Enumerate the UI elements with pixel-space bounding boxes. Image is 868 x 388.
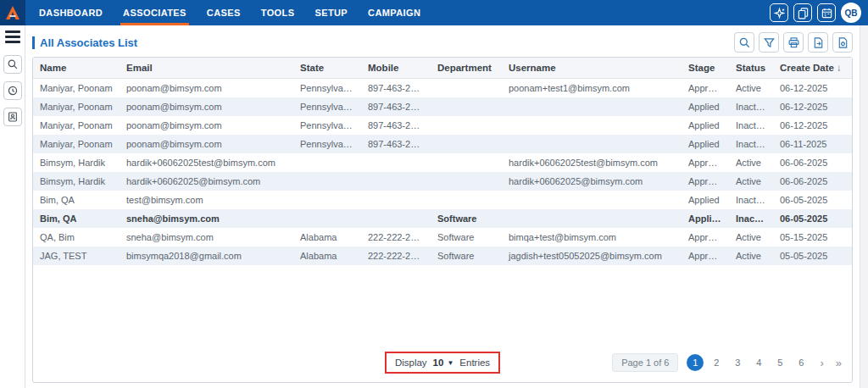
cell-stage: Applied <box>682 116 729 135</box>
calendar-button[interactable] <box>817 3 836 22</box>
column-header-state[interactable]: State <box>293 58 361 79</box>
nav-item-dashboard[interactable]: DASHBOARD <box>29 0 113 25</box>
table-row[interactable]: Bimsym, Hardikhardik+06062025@bimsym.com… <box>33 172 852 191</box>
page-number-1[interactable]: 1 <box>687 354 704 371</box>
table-search-button[interactable] <box>734 32 754 53</box>
sidebar-contacts-button[interactable] <box>3 108 22 126</box>
table-row[interactable]: Bimsym, Hardikhardik+06062025test@bimsym… <box>33 153 852 172</box>
cell-name: Maniyar, Poonam <box>33 79 120 98</box>
cell-email: hardik+06062025@bimsym.com <box>120 172 293 191</box>
nav-item-tools[interactable]: TOOLS <box>251 0 305 25</box>
filter-button[interactable] <box>759 32 779 53</box>
export-icon <box>812 36 825 49</box>
hamburger-menu-icon[interactable] <box>5 30 20 43</box>
table-body: Maniyar, Poonampoonam@bimsym.comPennsylv… <box>33 79 852 266</box>
cell-status: Active <box>729 172 773 191</box>
table-row[interactable]: Maniyar, Poonampoonam@bimsym.comPennsylv… <box>33 135 852 153</box>
cell-status: Active <box>729 228 773 247</box>
column-header-status[interactable]: Status <box>729 58 773 79</box>
title-accent-bar <box>32 36 35 49</box>
cell-email: bimsymqa2018@gmail.com <box>120 247 293 265</box>
page-number-2[interactable]: 2 <box>708 354 725 371</box>
cell-state: Pennsylvania <box>293 79 361 98</box>
cell-username: bimqa+test@bimsym.com <box>502 228 682 247</box>
main-content: All Associates List <box>25 25 868 388</box>
user-avatar[interactable]: QB <box>841 3 861 23</box>
cell-mobile <box>361 209 431 228</box>
cell-department: Software <box>431 247 502 265</box>
cell-state: Pennsylvania <box>293 116 361 135</box>
page-numbers: 123456 <box>687 354 810 371</box>
contacts-icon <box>7 111 19 123</box>
export-button[interactable] <box>808 32 828 53</box>
cell-create_date: 06-06-2025 <box>773 153 852 172</box>
page-number-5[interactable]: 5 <box>771 354 788 371</box>
cell-username <box>502 191 682 209</box>
nav-item-cases[interactable]: CASES <box>197 0 251 25</box>
sidebar-history-button[interactable] <box>3 81 22 100</box>
column-header-stage[interactable]: Stage <box>682 58 729 79</box>
column-header-name[interactable]: Name <box>33 58 120 79</box>
column-header-department[interactable]: Department <box>431 58 502 79</box>
nav-item-associates[interactable]: ASSOCIATES <box>113 0 197 25</box>
last-page-chevron[interactable]: » <box>834 357 843 369</box>
page-number-4[interactable]: 4 <box>750 354 767 371</box>
cell-mobile: 897-463-2145 <box>361 79 431 98</box>
nav-item-setup[interactable]: SETUP <box>304 0 358 25</box>
cell-department <box>431 172 502 191</box>
cell-name: Bim, QA <box>33 209 120 228</box>
chevron-down-icon: ▼ <box>447 359 453 367</box>
page-header: All Associates List <box>32 30 853 55</box>
table-row[interactable]: QA, Bimsneha@bimsym.comAlabama222-222-22… <box>33 228 852 247</box>
table-row[interactable]: Bim, QAsneha@bimsym.comSoftwareAppliedIn… <box>33 209 852 228</box>
nav-item-campaign[interactable]: CAMPAIGN <box>358 0 431 25</box>
page-number-6[interactable]: 6 <box>793 354 810 371</box>
page-title-text: All Associates List <box>40 36 137 49</box>
sparkle-icon <box>773 7 786 19</box>
cell-department: Software <box>431 209 502 228</box>
cell-name: Maniyar, Poonam <box>33 135 120 153</box>
documents-icon <box>797 7 810 19</box>
export-settings-button[interactable] <box>832 32 853 53</box>
display-count-dropdown[interactable]: 10 ▼ <box>433 358 454 368</box>
cell-email: poonam@bimsym.com <box>120 79 293 98</box>
entries-label: Entries <box>459 358 490 368</box>
cell-stage: Applied <box>682 191 729 209</box>
column-header-create_date[interactable]: Create Date ↓ <box>773 58 852 79</box>
print-button[interactable] <box>783 32 804 53</box>
cell-name: Bimsym, Hardik <box>33 153 120 172</box>
cell-email: sneha@bimsym.com <box>120 228 293 247</box>
cell-create_date: 06-05-2025 <box>773 191 852 209</box>
sidebar-search-button[interactable] <box>3 55 22 74</box>
cell-create_date: 06-12-2025 <box>773 79 852 98</box>
page-number-3[interactable]: 3 <box>729 354 746 371</box>
column-header-username[interactable]: Username <box>502 58 682 79</box>
cell-status: Inactive <box>729 97 773 116</box>
table-row[interactable]: JAG, TESTbimsymqa2018@gmail.comAlabama22… <box>33 247 852 265</box>
display-count-value: 10 <box>433 358 444 368</box>
cell-create_date: 06-12-2025 <box>773 97 852 116</box>
cell-email: hardik+06062025test@bimsym.com <box>120 153 293 172</box>
cell-username <box>502 135 682 153</box>
table-wrap: NameEmailStateMobileDepartmentUsernameSt… <box>33 58 852 343</box>
cell-name: Maniyar, Poonam <box>33 97 120 116</box>
table-row[interactable]: Bim, QAtest@bimsym.comAppliedInactive06-… <box>33 191 852 209</box>
column-header-mobile[interactable]: Mobile <box>361 58 431 79</box>
sparkle-button[interactable] <box>770 3 788 22</box>
page-info-badge: Page 1 of 6 <box>612 353 678 372</box>
column-header-email[interactable]: Email <box>120 58 293 79</box>
table-row[interactable]: Maniyar, Poonampoonam@bimsym.comPennsylv… <box>33 79 852 98</box>
next-page-chevron[interactable]: › <box>818 357 825 369</box>
scrollbar[interactable] <box>860 25 868 388</box>
cell-stage: Approved <box>682 247 729 265</box>
search-icon <box>738 36 751 49</box>
documents-button[interactable] <box>793 3 812 22</box>
cell-stage: Applied <box>682 209 729 228</box>
cell-email: poonam@bimsym.com <box>120 97 293 116</box>
app-logo[interactable] <box>0 0 25 25</box>
cell-department <box>431 135 502 153</box>
cell-name: JAG, TEST <box>33 247 120 265</box>
table-row[interactable]: Maniyar, Poonampoonam@bimsym.comPennsylv… <box>33 116 852 135</box>
table-row[interactable]: Maniyar, Poonampoonam@bimsym.comPennsylv… <box>33 97 852 116</box>
cell-username: poonam+test1@bimsym.com <box>502 79 682 98</box>
